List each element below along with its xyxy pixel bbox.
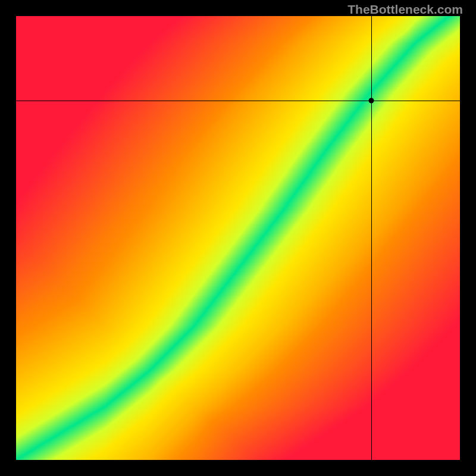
crosshair-vertical <box>371 16 372 460</box>
chart-container: TheBottleneck.com <box>0 0 476 476</box>
marker-dot <box>368 98 374 103</box>
heatmap-plot <box>16 16 460 460</box>
crosshair-horizontal <box>16 101 460 101</box>
heatmap-canvas <box>16 16 460 460</box>
watermark-text: TheBottleneck.com <box>347 2 463 17</box>
